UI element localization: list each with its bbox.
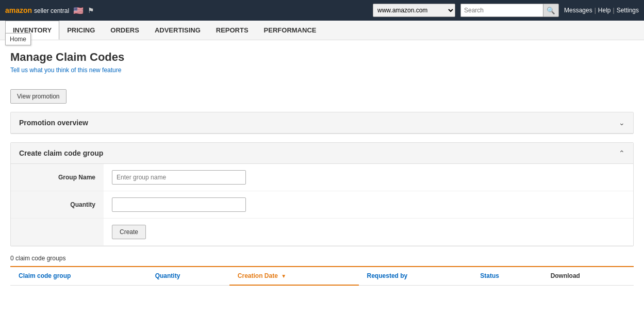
nav-item-reports[interactable]: REPORTS [208,21,256,40]
promotion-overview-section: Promotion overview ⌄ [10,112,634,134]
logo: amazon seller central [5,6,69,14]
top-links: Messages | Help | Settings [564,7,639,14]
nav-item-advertising[interactable]: ADVERTISING [147,21,208,40]
logo-amazon: amazon [5,6,32,14]
promotion-overview-title: Promotion overview [19,119,88,127]
home-tooltip-container: INVENTORY Home [5,21,59,40]
group-name-input-cell [104,164,633,191]
home-tooltip-box: Home [5,33,31,45]
create-claim-code-section: Create claim code group ⌃ Group Name Qua… [10,142,634,246]
feedback-link[interactable]: Tell us what you think of this new featu… [10,67,121,74]
col-requested-by[interactable]: Requested by [359,267,472,285]
create-button-cell: Create [104,219,633,246]
col-creation-date[interactable]: Creation Date ▼ [229,267,359,285]
col-download: Download [542,267,634,285]
logo-secondary: seller central [34,7,69,14]
col-status[interactable]: Status [472,267,542,285]
quantity-label: Quantity [11,191,104,219]
top-bar-right: www.amazon.com 🔍 Messages | Help | Setti… [373,4,639,17]
top-bar-left: amazon seller central 🇺🇸 ⚑ [5,6,94,15]
create-claim-code-header[interactable]: Create claim code group ⌃ [11,143,633,164]
help-link[interactable]: Help [598,7,611,14]
group-name-input[interactable] [112,170,246,185]
nav-item-orders[interactable]: ORDERS [103,21,147,40]
chevron-up-icon: ⌃ [619,149,625,157]
sep1: | [595,7,596,14]
col-claim-code-group[interactable]: Claim code group [10,267,147,285]
search-container: 🔍 [460,4,559,17]
table-header: Claim code group Quantity Creation Date … [10,267,634,285]
messages-link[interactable]: Messages [564,7,592,14]
content-area: Manage Claim Codes Tell us what you thin… [0,40,644,296]
view-promotion-button[interactable]: View promotion [10,89,67,104]
chevron-down-icon: ⌄ [619,119,625,127]
main-nav: INVENTORY Home PRICING ORDERS ADVERTISIN… [0,21,644,40]
search-button[interactable]: 🔍 [543,4,559,17]
settings-link[interactable]: Settings [617,7,639,14]
bookmark-icon: ⚑ [88,6,94,14]
create-button-label-cell [11,219,104,246]
create-button-row: Create [11,219,633,246]
groups-count: 0 claim code groups [10,255,634,262]
quantity-input-cell: 1 [104,191,633,219]
create-button[interactable]: Create [112,225,146,239]
quantity-row: Quantity 1 [11,191,633,219]
page-title: Manage Claim Codes [10,51,634,64]
nav-item-performance[interactable]: PERFORMANCE [256,21,324,40]
claim-codes-table: Claim code group Quantity Creation Date … [10,266,634,286]
create-claim-form-table: Group Name Quantity 1 Create [11,164,633,246]
domain-select[interactable]: www.amazon.com [373,4,455,17]
flag-icon: 🇺🇸 [73,6,84,15]
quantity-input[interactable]: 1 [112,197,246,212]
sort-arrow-icon: ▼ [281,273,286,279]
sep2: | [613,7,615,14]
create-claim-code-title: Create claim code group [19,149,103,157]
col-quantity[interactable]: Quantity [147,267,229,285]
group-name-label: Group Name [11,164,104,191]
search-input[interactable] [460,4,543,17]
group-name-row: Group Name [11,164,633,191]
table-header-row: Claim code group Quantity Creation Date … [10,267,634,285]
promotion-overview-header[interactable]: Promotion overview ⌄ [11,112,633,134]
top-bar: amazon seller central 🇺🇸 ⚑ www.amazon.co… [0,0,644,21]
nav-item-pricing[interactable]: PRICING [59,21,103,40]
